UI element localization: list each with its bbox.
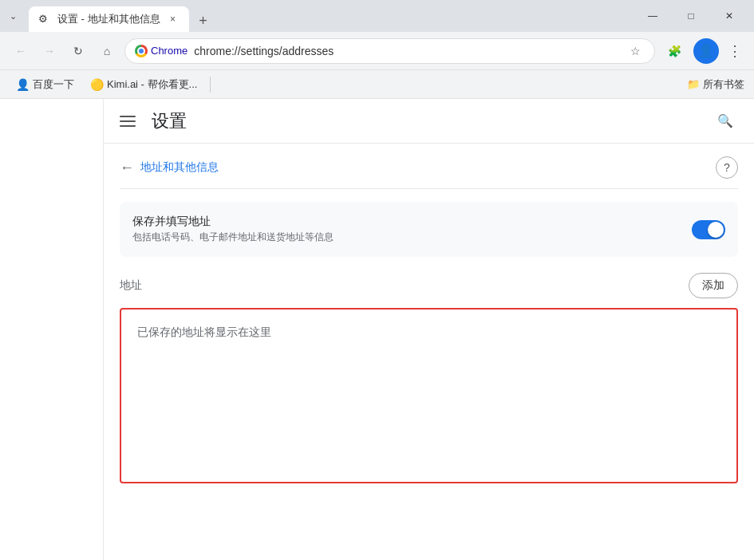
profile-icon[interactable]: 👤: [693, 38, 719, 64]
address-section-header: 地址 添加: [120, 266, 738, 308]
help-btn[interactable]: ?: [716, 156, 738, 179]
all-bookmarks-btn[interactable]: 📁 所有书签: [687, 77, 744, 92]
settings-sidebar: [0, 99, 104, 560]
hamburger-line-2: [120, 120, 136, 122]
minimize-btn[interactable]: —: [634, 3, 671, 29]
folder-icon: 📁: [687, 78, 700, 90]
back-arrow-icon: ←: [120, 160, 134, 176]
forward-btn[interactable]: →: [38, 40, 61, 62]
section-nav: ← 地址和其他信息 ?: [120, 144, 738, 189]
tab-close-btn[interactable]: ×: [167, 13, 180, 26]
browser-content: 设置 🔍 ← 地址和其他信息 ?: [0, 99, 754, 560]
settings-header: 设置 🔍: [104, 99, 754, 144]
menu-icon[interactable]: ⋮: [725, 41, 744, 61]
empty-address-box: 已保存的地址将显示在这里: [120, 308, 738, 483]
settings-area: 设置 🔍 ← 地址和其他信息 ?: [104, 99, 754, 560]
baidu-label: 百度一下: [33, 77, 74, 92]
bookmark-baidu[interactable]: 👤 百度一下: [10, 74, 81, 95]
bookmark-star-icon[interactable]: ☆: [626, 41, 645, 61]
toggle-thumb: [708, 222, 724, 238]
back-to-autofill-btn[interactable]: ← 地址和其他信息: [120, 160, 219, 176]
empty-address-text: 已保存的地址将显示在这里: [137, 325, 271, 340]
address-right: ☆: [626, 41, 645, 61]
chrome-icon: [135, 45, 148, 57]
tab-title: 设置 - 地址和其他信息: [57, 12, 160, 26]
section-title: 地址和其他信息: [140, 160, 219, 175]
tab-bar: ⚙ 设置 - 地址和其他信息 × +: [29, 0, 631, 32]
help-icon: ?: [724, 161, 730, 174]
search-icon: 🔍: [717, 113, 733, 128]
window-controls: — □ ✕: [634, 3, 748, 29]
hamburger-line-1: [120, 116, 136, 117]
url-text: chrome://settings/addresses: [194, 45, 619, 57]
tab-favicon: ⚙: [38, 13, 51, 26]
save-addresses-toggle[interactable]: [692, 220, 725, 239]
title-bar: ⌄ ⚙ 设置 - 地址和其他信息 × + — □ ✕: [0, 0, 754, 32]
address-section-label: 地址: [120, 278, 689, 293]
bookmark-kimi[interactable]: 🟡 Kimi.ai - 帮你看更...: [84, 74, 203, 95]
bookmarks-bar: 👤 百度一下 🟡 Kimi.ai - 帮你看更... 📁 所有书签: [0, 70, 754, 99]
address-input[interactable]: Chrome chrome://settings/addresses ☆: [124, 38, 655, 64]
chrome-label: Chrome: [151, 45, 188, 57]
toggle-description: 包括电话号码、电子邮件地址和送货地址等信息: [132, 231, 692, 244]
save-addresses-toggle-row: 保存并填写地址 包括电话号码、电子邮件地址和送货地址等信息: [120, 202, 738, 257]
window-control-left: ⌄: [6, 10, 19, 22]
new-tab-btn[interactable]: +: [192, 10, 215, 32]
bookmarks-divider: [210, 77, 211, 93]
hamburger-menu-btn[interactable]: [120, 112, 139, 131]
address-bar-row: ← → ↻ ⌂ Chrome chrome://settings/address…: [0, 32, 754, 70]
close-btn[interactable]: ✕: [711, 3, 748, 29]
chrome-logo: Chrome: [135, 45, 188, 57]
hamburger-line-3: [120, 125, 136, 127]
kimi-icon: 🟡: [90, 78, 104, 91]
settings-page: ← 地址和其他信息 ? 保存并填写地址 包括电话号码、电子邮件地址和送货地址等信…: [104, 144, 754, 499]
tab-dropdown-btn[interactable]: ⌄: [6, 10, 19, 22]
add-address-btn[interactable]: 添加: [689, 273, 738, 298]
settings-search-btn[interactable]: 🔍: [713, 108, 738, 134]
back-btn[interactable]: ←: [10, 40, 32, 62]
active-tab[interactable]: ⚙ 设置 - 地址和其他信息 ×: [29, 6, 189, 32]
all-bookmarks-label: 所有书签: [703, 77, 744, 92]
baidu-icon: 👤: [16, 78, 30, 91]
kimi-label: Kimi.ai - 帮你看更...: [107, 77, 197, 92]
maximize-btn[interactable]: □: [673, 3, 709, 29]
extensions-icon[interactable]: 🧩: [661, 38, 687, 64]
browser-window: ⌄ ⚙ 设置 - 地址和其他信息 × + — □ ✕ ← → ↻ ⌂ Chrom…: [0, 0, 754, 560]
settings-title: 设置: [152, 109, 187, 133]
toggle-label: 保存并填写地址: [132, 215, 692, 229]
toggle-text: 保存并填写地址 包括电话号码、电子邮件地址和送货地址等信息: [132, 215, 692, 244]
toggle-track: [692, 220, 725, 239]
reload-btn[interactable]: ↻: [67, 40, 89, 62]
home-btn[interactable]: ⌂: [96, 40, 118, 62]
